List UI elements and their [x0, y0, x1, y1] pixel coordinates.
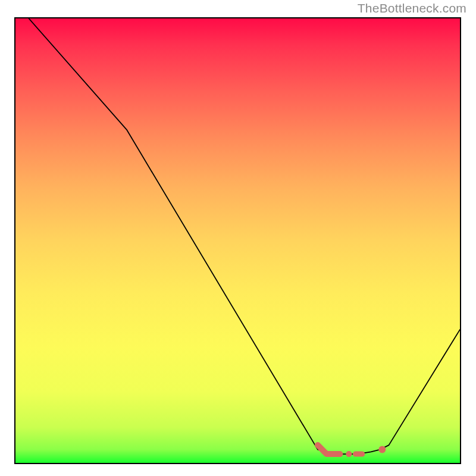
attribution-text: TheBottleneck.com	[358, 1, 466, 15]
plot-frame	[14, 17, 461, 464]
chart-root: TheBottleneck.com	[0, 0, 476, 476]
bottleneck-curve-path	[29, 18, 460, 454]
chart-svg	[15, 18, 460, 463]
marker-dot-1	[346, 451, 352, 457]
marker-dot-3	[378, 446, 386, 453]
marker-segment-0	[318, 445, 340, 454]
